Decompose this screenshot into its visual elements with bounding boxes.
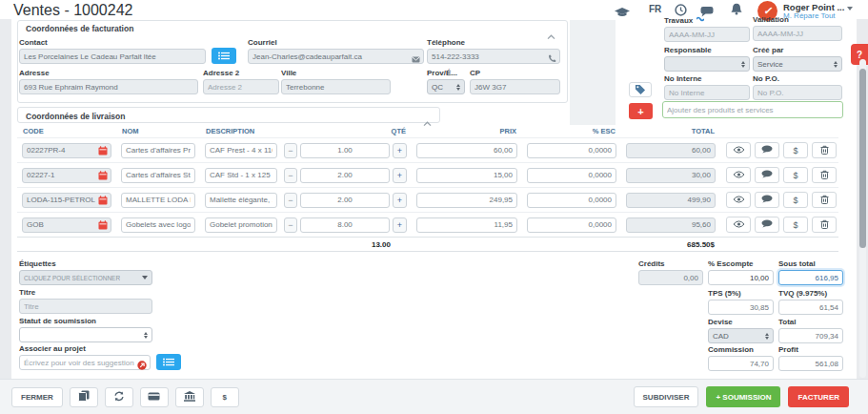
qty-minus-button[interactable]: − xyxy=(284,217,297,233)
tvq-label: TVQ (9.975%) xyxy=(778,289,843,298)
credit-card-button[interactable] xyxy=(140,387,169,407)
total-input[interactable] xyxy=(626,193,716,208)
responsable-select[interactable] xyxy=(664,56,750,72)
contact-list-button[interactable] xyxy=(212,48,236,64)
email-input[interactable] xyxy=(248,49,424,64)
qty-input[interactable] xyxy=(300,143,390,158)
total-input[interactable] xyxy=(626,217,716,233)
add-product-input[interactable] xyxy=(662,101,843,118)
view-row-button[interactable] xyxy=(726,167,751,183)
calendar-icon[interactable] xyxy=(98,146,108,157)
calendar-icon[interactable] xyxy=(98,171,108,182)
copy-button[interactable] xyxy=(70,387,98,407)
phone-input[interactable] xyxy=(427,49,560,64)
province-select[interactable]: QC xyxy=(427,79,465,94)
esc-input[interactable] xyxy=(527,143,616,158)
nom-input[interactable] xyxy=(121,193,195,208)
esc-input[interactable] xyxy=(527,193,616,208)
comment-row-button[interactable] xyxy=(755,217,779,233)
profit-input[interactable] xyxy=(778,356,843,371)
scrollbar-thumb[interactable] xyxy=(859,69,866,248)
qty-minus-button[interactable]: − xyxy=(284,168,297,183)
nopo-input[interactable] xyxy=(753,85,842,100)
nopo-field: No P.O. xyxy=(753,74,842,100)
comment-row-button[interactable] xyxy=(755,192,779,208)
qty-plus-button[interactable]: + xyxy=(393,143,407,158)
language-toggle[interactable]: FR xyxy=(649,4,661,14)
commission-input[interactable] xyxy=(708,356,774,371)
soustotal-input[interactable] xyxy=(778,270,843,285)
comment-row-button[interactable] xyxy=(755,142,779,158)
qty-plus-button[interactable]: + xyxy=(393,193,407,208)
delete-row-button[interactable] xyxy=(812,192,837,208)
qty-plus-button[interactable]: + xyxy=(393,217,407,233)
validation-date-input[interactable] xyxy=(753,26,842,41)
prix-input[interactable] xyxy=(416,168,517,183)
add-product-button[interactable]: + xyxy=(629,103,653,119)
createdby-select[interactable]: Service xyxy=(753,56,842,72)
statut-select[interactable] xyxy=(19,327,152,342)
view-row-button[interactable] xyxy=(726,192,751,208)
tags-button[interactable] xyxy=(629,82,652,97)
sync-button[interactable] xyxy=(105,387,133,407)
price-row-button[interactable]: $ xyxy=(783,167,808,183)
nom-input[interactable] xyxy=(121,143,195,158)
nom-input[interactable] xyxy=(121,217,195,233)
prix-input[interactable] xyxy=(416,193,517,208)
subdiviser-button[interactable]: SUBDIVISER xyxy=(634,386,699,407)
price-row-button[interactable]: $ xyxy=(783,192,808,208)
fermer-button[interactable]: FERMER xyxy=(11,387,63,407)
total-input[interactable] xyxy=(626,168,716,183)
postal-code-input[interactable] xyxy=(470,79,560,94)
graduation-cap-icon[interactable] xyxy=(615,5,630,22)
travaux-date-input[interactable] xyxy=(664,27,750,42)
comment-row-button[interactable] xyxy=(755,167,779,183)
bank-button[interactable] xyxy=(175,387,204,407)
description-input[interactable] xyxy=(205,168,277,183)
prix-input[interactable] xyxy=(416,143,517,158)
projet-input[interactable] xyxy=(19,355,151,370)
price-row-button[interactable]: $ xyxy=(783,217,808,233)
nointerne-input[interactable] xyxy=(664,85,750,100)
delete-row-button[interactable] xyxy=(812,217,837,233)
devise-select[interactable]: CAD xyxy=(708,328,774,343)
contact-input[interactable] xyxy=(19,49,206,64)
total-input[interactable] xyxy=(778,328,843,343)
delete-row-button[interactable] xyxy=(812,167,837,183)
city-input[interactable] xyxy=(281,79,391,94)
calendar-icon[interactable] xyxy=(98,220,108,232)
qty-plus-button[interactable]: + xyxy=(393,168,407,183)
etiquettes-select[interactable]: CLIQUEZ POUR SÉLECTIONNER xyxy=(19,270,152,285)
esc-input[interactable] xyxy=(527,168,616,183)
view-row-button[interactable] xyxy=(726,217,751,233)
facturer-button[interactable]: FACTURER xyxy=(788,386,849,407)
total-input[interactable] xyxy=(626,143,716,158)
tps-input[interactable] xyxy=(708,300,774,315)
calendar-icon[interactable] xyxy=(98,196,108,207)
escompte-input[interactable] xyxy=(708,270,774,285)
description-input[interactable] xyxy=(205,143,277,158)
qty-minus-button[interactable]: − xyxy=(284,193,297,208)
dollar-button[interactable]: $ xyxy=(211,387,239,407)
qty-input[interactable] xyxy=(300,168,390,183)
view-row-button[interactable] xyxy=(726,142,751,158)
projet-list-button[interactable] xyxy=(156,354,181,370)
tvq-input[interactable] xyxy=(778,300,843,315)
profit-label: Profit xyxy=(778,345,843,354)
description-input[interactable] xyxy=(205,217,277,233)
credits-input[interactable] xyxy=(638,270,703,285)
description-input[interactable] xyxy=(205,193,277,208)
prix-input[interactable] xyxy=(416,217,517,233)
qty-input[interactable] xyxy=(300,193,390,208)
delete-row-button[interactable] xyxy=(812,142,837,158)
address2-input[interactable] xyxy=(203,79,279,94)
esc-input[interactable] xyxy=(527,217,616,233)
address-input[interactable] xyxy=(19,79,198,94)
soumission-button[interactable]: + SOUMISSION xyxy=(706,386,780,407)
qty-input[interactable] xyxy=(300,217,390,233)
statut-field: Statut de soumission xyxy=(19,317,152,342)
qty-minus-button[interactable]: − xyxy=(284,143,297,158)
titre-input[interactable] xyxy=(19,299,152,314)
price-row-button[interactable]: $ xyxy=(783,142,808,158)
nom-input[interactable] xyxy=(121,168,195,183)
